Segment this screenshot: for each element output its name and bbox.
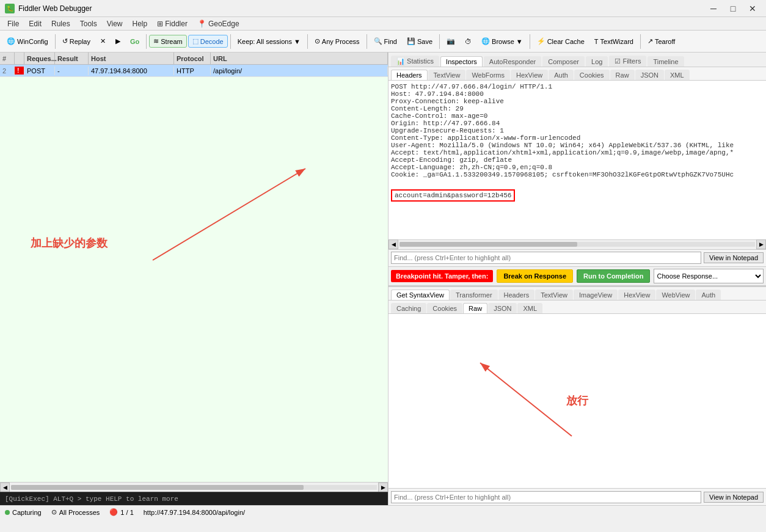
replay-label: Replay	[70, 38, 90, 45]
req-scrollbar-left[interactable]: ◀	[388, 239, 398, 249]
replay-button[interactable]: ↺ Replay	[58, 35, 95, 48]
menu-tools[interactable]: Tools	[75, 18, 102, 29]
maximize-button[interactable]: □	[724, 2, 742, 15]
tearoff-button[interactable]: ↗ Tearoff	[643, 35, 679, 48]
request-line-6: Origin: http://47.97.666.84	[391, 120, 764, 127]
run-to-completion-button[interactable]: Run to Completion	[577, 269, 650, 283]
stream-button[interactable]: ≋ Stream	[149, 35, 186, 48]
browse-button[interactable]: 🌐 Browse ▼	[477, 35, 527, 48]
response-find-input[interactable]	[391, 491, 701, 503]
any-process-button[interactable]: ⊙ Any Process	[310, 35, 364, 48]
save-icon: 💾	[407, 37, 415, 45]
req-tab-textview[interactable]: TextView	[428, 70, 466, 80]
minimize-button[interactable]: ─	[705, 2, 722, 15]
menu-help[interactable]: Help	[128, 18, 153, 29]
response-content[interactable]: 放行	[388, 314, 766, 489]
svg-line-3	[480, 363, 572, 436]
resume-button[interactable]: ▶	[111, 35, 125, 48]
screenshot-button[interactable]: 📷	[442, 35, 459, 48]
menu-geoedge[interactable]: 📍 GeoEdge	[192, 18, 244, 29]
resp-tab-textview[interactable]: TextView	[535, 290, 573, 300]
req-tab-hexview[interactable]: HexView	[511, 70, 548, 80]
req-tab-xml[interactable]: XML	[665, 70, 690, 80]
count-status: 🔴 1 / 1	[109, 508, 133, 516]
left-panel-scrollbar[interactable]: ◀ ▶	[0, 482, 388, 492]
response-view-notepad-button[interactable]: View in Notepad	[704, 492, 764, 503]
close-button[interactable]: ✕	[744, 2, 761, 15]
req-tab-json[interactable]: JSON	[635, 70, 664, 80]
resp-sub-tab-raw[interactable]: Raw	[463, 303, 487, 313]
menu-fiddler[interactable]: ⊞ Fiddler	[152, 18, 192, 29]
resp-tab-headers[interactable]: Headers	[498, 290, 535, 300]
session-protocol: HTTP	[174, 67, 211, 75]
resp-tab-webview[interactable]: WebView	[656, 290, 695, 300]
tab-statistics[interactable]: 📊 Statistics	[391, 56, 439, 67]
tab-filters[interactable]: ☑ Filters	[609, 56, 646, 67]
resp-sub-tab-json[interactable]: JSON	[488, 303, 517, 313]
menu-file[interactable]: File	[2, 18, 24, 29]
right-panel: 📊 Statistics Inspectors AutoResponder Co…	[388, 53, 766, 505]
menu-view[interactable]: View	[102, 18, 128, 29]
decode-button[interactable]: ⬚ Decode	[188, 35, 228, 48]
req-tab-headers[interactable]: Headers	[391, 70, 428, 80]
menu-rules[interactable]: Rules	[46, 18, 75, 29]
resp-tab-hexview[interactable]: HexView	[618, 290, 655, 300]
scrollbar-right-arrow[interactable]: ▶	[378, 483, 388, 492]
req-tab-webforms[interactable]: WebForms	[466, 70, 510, 80]
tab-autoresponder[interactable]: AutoResponder	[484, 56, 541, 67]
resp-sub-tab-cookies[interactable]: Cookies	[427, 303, 462, 313]
req-tab-cookies[interactable]: Cookies	[574, 70, 610, 80]
resp-tab-auth[interactable]: Auth	[696, 290, 721, 300]
req-scrollbar-right[interactable]: ▶	[756, 239, 766, 249]
inspectors-tabs: 📊 Statistics Inspectors AutoResponder Co…	[388, 53, 766, 67]
status-url: http://47.97.194.84:8000/api/login/	[144, 509, 245, 516]
req-tab-raw[interactable]: Raw	[610, 70, 635, 80]
menu-edit[interactable]: Edit	[24, 18, 46, 29]
resp-tab-transformer[interactable]: Transformer	[450, 290, 498, 300]
tab-composer[interactable]: Composer	[542, 56, 585, 67]
find-button[interactable]: 🔍 Find	[370, 35, 401, 48]
keep-dropdown-icon: ▼	[294, 38, 301, 45]
delete-button[interactable]: ✕	[96, 35, 110, 48]
geoedge-icon: 📍	[197, 20, 206, 28]
left-annotation-area: 加上缺少的参数	[0, 77, 388, 482]
tab-inspectors[interactable]: Inspectors	[440, 56, 483, 67]
req-tab-auth[interactable]: Auth	[549, 70, 574, 80]
keep-sessions-button[interactable]: Keep: All sessions ▼	[233, 35, 305, 48]
clear-cache-button[interactable]: ⚡ Clear Cache	[533, 35, 589, 48]
tab-log[interactable]: Log	[586, 56, 608, 67]
request-content[interactable]: POST http://47.97.666.84/login/ HTTP/1.1…	[388, 81, 766, 239]
go-button[interactable]: Go	[126, 35, 144, 48]
sessions-header: # Reques... Result Host Protocol URL	[0, 53, 388, 65]
request-highlight[interactable]: account=admin&password=12b456	[391, 189, 515, 202]
url-status: http://47.97.194.84:8000/api/login/	[144, 509, 245, 516]
left-panel: # Reques... Result Host Protocol URL 2 !…	[0, 53, 388, 505]
go-label: Go	[130, 38, 139, 45]
resp-tab-syntaxview[interactable]: Get SyntaxView	[391, 290, 450, 300]
annotation-arrow	[0, 77, 388, 482]
separator-8	[640, 34, 641, 49]
geoedge-label: GeoEdge	[208, 20, 239, 28]
request-h-scrollbar[interactable]: ◀ ▶	[388, 239, 766, 249]
request-view-notepad-button[interactable]: View in Notepad	[704, 252, 764, 263]
scrollbar-left-arrow[interactable]: ◀	[0, 483, 10, 492]
session-row[interactable]: 2 ! POST - 47.97.194.84:8000 HTTP /api/l…	[0, 65, 388, 77]
breakpoint-bar: Breakpoint hit. Tamper, then: Break on R…	[388, 266, 766, 286]
save-button[interactable]: 💾 Save	[403, 35, 437, 48]
timer-button[interactable]: ⏱	[461, 35, 476, 48]
tab-timeline[interactable]: Timeline	[647, 56, 684, 67]
response-section: Get SyntaxView Transformer Headers TextV…	[388, 287, 766, 506]
resp-sub-tab-caching[interactable]: Caching	[391, 303, 426, 313]
winconfig-button[interactable]: 🌐 WinConfig	[2, 35, 53, 48]
request-find-input[interactable]	[391, 252, 701, 264]
resp-tab-imageview[interactable]: ImageView	[574, 290, 618, 300]
choose-response-select[interactable]: Choose Response...	[654, 269, 764, 283]
text-wizard-button[interactable]: T TextWizard	[590, 35, 638, 48]
filter-check-icon: ☑	[615, 57, 621, 65]
resp-sub-tab-xml[interactable]: XML	[517, 303, 542, 313]
request-line-12: Accept-Language: zh,zh-CN;q=0.9,en;q=0.8	[391, 164, 764, 171]
svg-line-0	[153, 169, 305, 260]
clear-cache-icon: ⚡	[537, 37, 545, 45]
break-on-response-button[interactable]: Break on Response	[497, 269, 573, 283]
req-scrollbar-thumb	[399, 242, 577, 247]
